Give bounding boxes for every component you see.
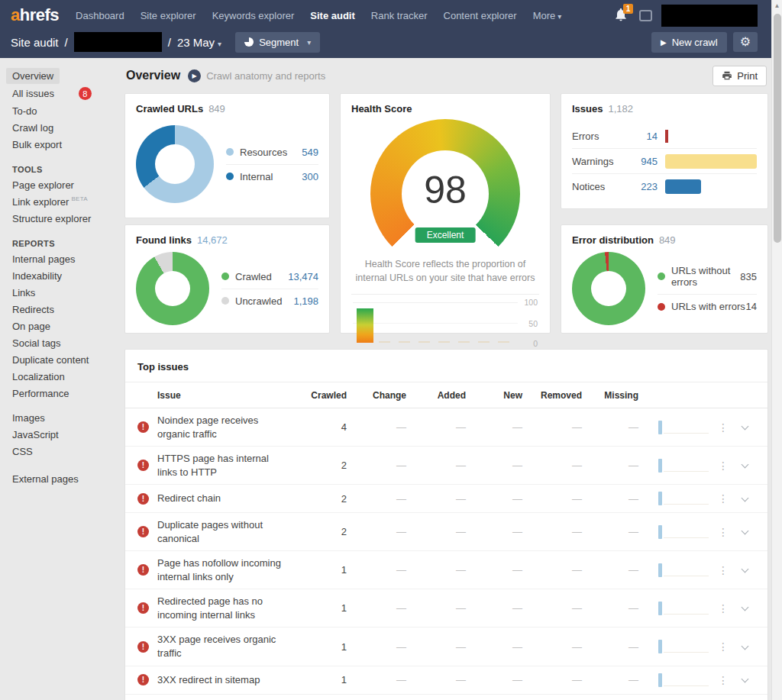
issue-link[interactable]: 3XX page receives organic traffic xyxy=(157,633,299,660)
sidebar-item-duplicate-content[interactable]: Duplicate content xyxy=(6,352,95,368)
nav-item-more[interactable]: More▾ xyxy=(533,10,562,21)
issue-link[interactable]: Noindex page receives organic traffic xyxy=(157,414,299,440)
page-subtitle[interactable]: Crawl anatomy and reports xyxy=(206,70,325,82)
sidebar-item-css[interactable]: CSS xyxy=(6,444,39,460)
sidebar-item-external-pages[interactable]: External pages xyxy=(6,471,85,487)
change-dash: — xyxy=(347,674,406,685)
nav-item-dashboard[interactable]: Dashboard xyxy=(76,10,124,21)
history-bar xyxy=(357,308,373,343)
chevron-down-icon[interactable] xyxy=(735,421,755,433)
sidebar-item-all-issues[interactable]: All issues xyxy=(6,85,60,102)
col-header-issue: Issue xyxy=(157,390,299,401)
table-row: ! 3XX redirect in sitemap 1 — — — — — ⋮ xyxy=(125,666,767,695)
segment-button[interactable]: Segment ▾ xyxy=(235,32,320,53)
legend-value: 14 xyxy=(746,301,757,312)
legend-row: URLs with errors 14 xyxy=(658,295,757,318)
sidebar-item-on-page[interactable]: On page xyxy=(6,318,57,334)
notifications-button[interactable]: 1 xyxy=(613,7,630,24)
chevron-down-icon[interactable] xyxy=(735,526,755,537)
sidebar-section-reports: REPORTS xyxy=(12,239,121,248)
issue-link[interactable]: Page has nofollow incoming internal link… xyxy=(157,556,299,583)
removed-dash: — xyxy=(522,421,582,433)
issue-link[interactable]: Duplicate pages without canonical xyxy=(157,518,299,545)
crawl-date-label: 23 May xyxy=(177,36,215,49)
all-issues-count-badge: 8 xyxy=(79,87,92,100)
legend-value[interactable]: 549 xyxy=(302,147,318,158)
sidebar-item-crawl-log[interactable]: Crawl log xyxy=(6,120,60,136)
nav-item-content-explorer[interactable]: Content explorer xyxy=(444,10,517,21)
notices-value[interactable]: 223 xyxy=(621,181,658,192)
legend-value[interactable]: 13,474 xyxy=(288,271,318,282)
scroll-up-arrow-icon[interactable]: ▲ xyxy=(772,0,782,9)
chevron-down-icon[interactable] xyxy=(735,460,755,471)
play-video-icon[interactable]: ▶ xyxy=(188,69,201,82)
crawl-date-dropdown[interactable]: 23 May▾ xyxy=(177,36,221,49)
errors-value[interactable]: 14 xyxy=(621,131,658,142)
axis-tick-0: 0 xyxy=(533,339,538,348)
warnings-bar xyxy=(665,154,757,169)
sidebar-item-to-do[interactable]: To-do xyxy=(6,103,44,119)
chevron-down-icon[interactable] xyxy=(735,674,755,685)
nav-item-site-audit[interactable]: Site audit xyxy=(310,10,355,21)
warnings-value[interactable]: 945 xyxy=(621,156,658,167)
legend-label: Resources xyxy=(240,147,302,158)
health-score-card: Health Score 98 Excellent Health Score r… xyxy=(340,93,551,334)
sidebar-item-overview[interactable]: Overview xyxy=(6,68,60,84)
legend-row: Resources 549 xyxy=(226,140,318,165)
kebab-menu-icon[interactable]: ⋮ xyxy=(712,674,735,686)
sidebar-item-images[interactable]: Images xyxy=(6,410,51,426)
kebab-menu-icon[interactable]: ⋮ xyxy=(712,460,735,472)
chevron-down-icon[interactable] xyxy=(735,641,755,653)
sidebar-item-bulk-export[interactable]: Bulk export xyxy=(6,137,68,153)
sidebar-item-link-explorer[interactable]: Link explorerBETA xyxy=(6,194,94,210)
kebab-menu-icon[interactable]: ⋮ xyxy=(712,640,735,653)
sidebar-item-redirects[interactable]: Redirects xyxy=(6,302,60,318)
added-dash: — xyxy=(406,564,466,576)
chat-icon[interactable] xyxy=(639,10,652,21)
chevron-down-icon[interactable] xyxy=(735,564,755,576)
issue-link[interactable]: Redirect chain xyxy=(157,492,299,505)
redacted-account-info xyxy=(661,5,758,27)
change-dash: — xyxy=(347,641,406,653)
vertical-scrollbar[interactable]: ▲ xyxy=(771,0,782,700)
legend-value[interactable]: 300 xyxy=(302,171,318,182)
chevron-down-icon[interactable] xyxy=(735,602,755,614)
sidebar-item-social-tags[interactable]: Social tags xyxy=(6,335,67,351)
kebab-menu-icon[interactable]: ⋮ xyxy=(712,421,735,434)
breadcrumb: Site audit / / 23 May▾ xyxy=(11,32,221,52)
col-header-new: New xyxy=(466,390,522,401)
nav-item-site-explorer[interactable]: Site explorer xyxy=(141,10,196,21)
nav-item-rank-tracker[interactable]: Rank tracker xyxy=(371,10,428,21)
card-total[interactable]: 14,672 xyxy=(197,234,228,246)
sidebar-item-internal-pages[interactable]: Internal pages xyxy=(6,251,81,267)
main-content: Overview ▶ Crawl anatomy and reports Pri… xyxy=(121,58,774,700)
chevron-down-icon[interactable] xyxy=(735,493,755,505)
nav-item-keywords-explorer[interactable]: Keywords explorer xyxy=(212,10,295,21)
settings-button[interactable]: ⚙ xyxy=(733,32,758,52)
issue-link[interactable]: 3XX redirect in sitemap xyxy=(157,673,299,687)
sidebar-item-performance[interactable]: Performance xyxy=(6,385,75,402)
kebab-menu-icon[interactable]: ⋮ xyxy=(712,492,735,505)
missing-dash: — xyxy=(582,460,638,471)
sidebar-item-page-explorer[interactable]: Page explorer xyxy=(6,177,80,193)
legend-value[interactable]: 1,198 xyxy=(293,295,318,307)
sidebar-item-links[interactable]: Links xyxy=(6,285,41,301)
notification-badge: 1 xyxy=(623,4,633,14)
kebab-menu-icon[interactable]: ⋮ xyxy=(712,526,735,538)
print-button[interactable]: Print xyxy=(713,66,767,86)
sidebar-item-localization[interactable]: Localization xyxy=(6,369,71,385)
issue-link[interactable]: HTTPS page has internal links to HTTP xyxy=(157,452,299,479)
sidebar-item-indexability[interactable]: Indexability xyxy=(6,268,68,284)
added-dash: — xyxy=(406,493,466,505)
sidebar-item-structure-explorer[interactable]: Structure explorer xyxy=(6,211,97,227)
issue-link[interactable]: Redirected page has no incoming internal… xyxy=(157,595,299,621)
kebab-menu-icon[interactable]: ⋮ xyxy=(712,602,735,615)
ahrefs-logo[interactable]: ahrefs xyxy=(11,5,59,25)
new-dash: — xyxy=(466,526,522,537)
card-title: Found links xyxy=(136,234,192,246)
kebab-menu-icon[interactable]: ⋮ xyxy=(712,564,735,576)
new-crawl-button[interactable]: ▶ New crawl xyxy=(651,32,727,53)
removed-dash: — xyxy=(522,602,582,614)
sidebar-item-javascript[interactable]: JavaScript xyxy=(6,427,65,443)
scrollbar-thumb[interactable] xyxy=(774,14,781,243)
